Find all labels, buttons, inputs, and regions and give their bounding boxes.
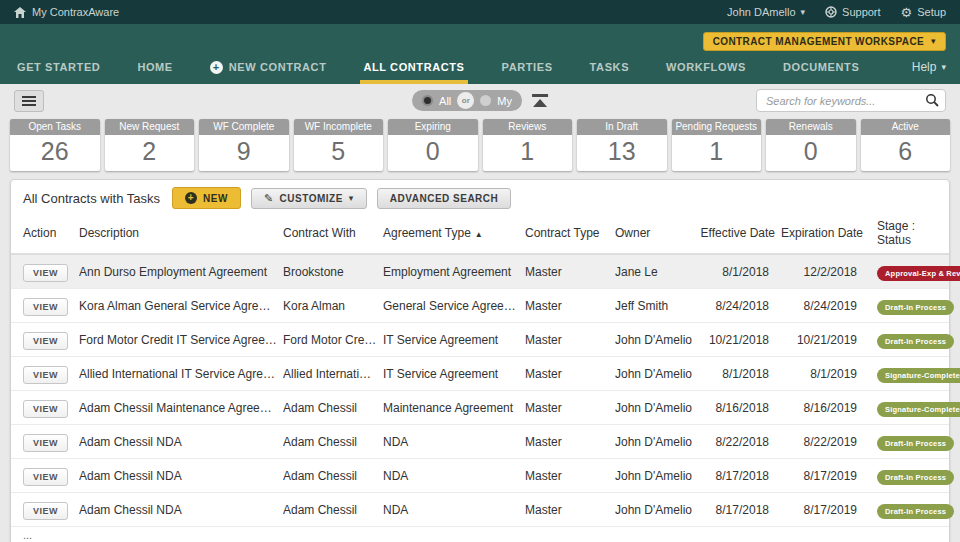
nav-item-home[interactable]: HOME: [134, 54, 175, 84]
view-button[interactable]: VIEW: [23, 502, 68, 520]
stat-card-pending-requests[interactable]: Pending Requests 1: [672, 119, 762, 171]
cell-agreement-type: NDA: [383, 503, 525, 517]
cell-contract-with: Adam Chessil: [283, 503, 383, 517]
column-header-stage-status[interactable]: Stage : Status: [863, 219, 941, 247]
nav-item-parties[interactable]: PARTIES: [499, 54, 556, 84]
stat-card-label: Pending Requests: [672, 119, 762, 135]
view-button[interactable]: VIEW: [23, 366, 68, 384]
setup-link[interactable]: ⚙ Setup: [901, 6, 946, 19]
table-row[interactable]: VIEW Kora Alman General Service Agreemen…: [11, 289, 949, 323]
cell-contract-type: Master: [525, 265, 615, 279]
table-row[interactable]: VIEW Adam Chessil Maintenance Agreement …: [11, 391, 949, 425]
cell-effective-date: 8/17/2018: [699, 469, 775, 483]
nav-item-label: NEW CONTRACT: [229, 61, 327, 73]
view-button[interactable]: VIEW: [23, 298, 68, 316]
cell-effective-date: 8/1/2018: [699, 265, 775, 279]
stat-card-reviews[interactable]: Reviews 1: [483, 119, 573, 171]
cell-expiration-date: 8/24/2019: [775, 299, 863, 313]
cell-owner: Jane Le: [615, 265, 699, 279]
stat-card-value: 6: [861, 135, 951, 171]
keyword-search: [756, 89, 946, 112]
table-row[interactable]: VIEW Adam Chessil NDA Adam Chessil NDA M…: [11, 493, 949, 527]
cell-owner: Jeff Smith: [615, 299, 699, 313]
menu-toggle-button[interactable]: [14, 90, 44, 112]
column-header-contract-with[interactable]: Contract With: [283, 226, 383, 240]
stat-cards-row: Open Tasks 26 New Request 2 WF Complete …: [10, 119, 950, 171]
nav-item-all-contracts[interactable]: ALL CONTRACTS: [360, 54, 467, 84]
search-icon[interactable]: [925, 93, 939, 107]
nav-item-label: PARTIES: [502, 61, 553, 73]
chevron-down-icon: ▾: [941, 63, 946, 72]
stat-card-expiring[interactable]: Expiring 0: [388, 119, 478, 171]
status-badge: Signature-Completed: [877, 368, 960, 383]
cell-description: Adam Chessil NDA: [79, 469, 283, 483]
radio-all-icon[interactable]: [422, 95, 433, 106]
status-badge: Draft-In Process: [877, 470, 954, 485]
customize-button[interactable]: ✎ CUSTOMIZE ▾: [251, 188, 367, 209]
user-menu[interactable]: John DAmello ▾: [727, 6, 805, 18]
column-header-expiration-date[interactable]: Expiration Date: [775, 226, 863, 240]
column-header-action[interactable]: Action: [23, 226, 79, 240]
stat-card-wf-complete[interactable]: WF Complete 9: [199, 119, 289, 171]
stat-card-open-tasks[interactable]: Open Tasks 26: [10, 119, 100, 171]
stat-card-label: Active: [861, 119, 951, 135]
panel-title: All Contracts with Tasks: [23, 191, 160, 206]
stat-card-active[interactable]: Active 6: [861, 119, 951, 171]
plus-circle-icon: +: [185, 192, 197, 204]
collapse-panel-button[interactable]: [532, 94, 548, 107]
table-row[interactable]: VIEW Ann Durso Employment Agreement Broo…: [11, 255, 949, 289]
view-button[interactable]: VIEW: [23, 332, 68, 350]
table-row[interactable]: VIEW Ford Motor Credit IT Service Agreem…: [11, 323, 949, 357]
radio-my-icon[interactable]: [480, 95, 491, 106]
new-contract-button[interactable]: + NEW: [172, 187, 241, 209]
view-button[interactable]: VIEW: [23, 400, 68, 418]
cell-description: Adam Chessil Maintenance Agreement: [79, 401, 283, 415]
stat-card-in-draft[interactable]: In Draft 13: [577, 119, 667, 171]
table-row[interactable]: VIEW Adam Chessil NDA Adam Chessil NDA M…: [11, 425, 949, 459]
column-header-owner[interactable]: Owner: [615, 226, 699, 240]
stat-card-value: 0: [766, 135, 856, 171]
stat-card-new-request[interactable]: New Request 2: [105, 119, 195, 171]
cell-effective-date: 10/21/2018: [699, 333, 775, 347]
collapse-icon: [532, 94, 548, 97]
view-button[interactable]: VIEW: [23, 264, 68, 282]
status-badge: Approval-Exp & Review: [877, 266, 960, 281]
advanced-search-button[interactable]: ADVANCED SEARCH: [377, 188, 511, 209]
status-badge: Draft-In Process: [877, 504, 954, 519]
nav-item-workflows[interactable]: WORKFLOWS: [663, 54, 749, 84]
view-button[interactable]: VIEW: [23, 434, 68, 452]
home-brand-link[interactable]: My ContraxAware: [14, 6, 119, 18]
nav-item-label: HOME: [137, 61, 172, 73]
ellipsis-indicator: ...: [23, 528, 937, 542]
sort-asc-icon: ▲: [475, 230, 483, 239]
column-header-agreement-type[interactable]: Agreement Type▲: [383, 226, 525, 240]
stat-card-renewals[interactable]: Renewals 0: [766, 119, 856, 171]
nav-item-new-contract[interactable]: + NEW CONTRACT: [207, 54, 330, 84]
nav-item-get-started[interactable]: GET STARTED: [14, 54, 103, 84]
view-button[interactable]: VIEW: [23, 468, 68, 486]
nav-item-documents[interactable]: DOCUMENTS: [780, 54, 862, 84]
help-label: Help: [912, 60, 937, 74]
cell-agreement-type: IT Service Agreement: [383, 367, 525, 381]
cell-owner: John D'Amelio: [615, 401, 699, 415]
column-header-description[interactable]: Description: [79, 226, 283, 240]
status-badge: Draft-In Process: [877, 436, 954, 451]
cell-description: Adam Chessil NDA: [79, 503, 283, 517]
cell-owner: John D'Amelio: [615, 367, 699, 381]
search-input[interactable]: [756, 89, 946, 112]
column-header-contract-type[interactable]: Contract Type: [525, 226, 615, 240]
all-my-toggle[interactable]: All or My: [412, 90, 522, 111]
support-link[interactable]: Support: [825, 6, 881, 18]
stat-card-label: New Request: [105, 119, 195, 135]
nav-item-tasks[interactable]: TASKS: [587, 54, 632, 84]
cell-agreement-type: General Service Agreement: [383, 299, 525, 313]
workspace-selector-button[interactable]: CONTRACT MANAGEMENT WORKSPACE ▾: [703, 32, 946, 51]
table-row[interactable]: VIEW Allied International IT Service Agr…: [11, 357, 949, 391]
advanced-search-label: ADVANCED SEARCH: [390, 193, 498, 204]
table-row[interactable]: VIEW Adam Chessil NDA Adam Chessil NDA M…: [11, 459, 949, 493]
stat-card-wf-incomplete[interactable]: WF Incomplete 5: [294, 119, 384, 171]
column-header-effective-date[interactable]: Effective Date: [699, 226, 775, 240]
status-badge: Signature-Completed: [877, 402, 960, 417]
stat-card-label: WF Incomplete: [294, 119, 384, 135]
help-menu[interactable]: Help ▾: [912, 54, 946, 84]
